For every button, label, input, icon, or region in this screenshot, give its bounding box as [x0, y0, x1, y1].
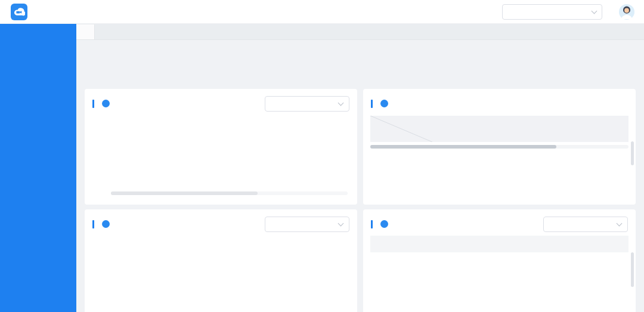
- hscroll-thumb[interactable]: [370, 145, 556, 149]
- online-rate-filter-dropdown[interactable]: [265, 217, 349, 232]
- chevron-down-icon: [617, 220, 623, 226]
- column-header: [574, 116, 628, 142]
- control-table-vscrollbar[interactable]: [631, 141, 634, 165]
- chevron-down-icon: [338, 220, 344, 226]
- online-rate-7d-title: [92, 220, 110, 228]
- key-projects-header: [370, 236, 628, 252]
- column-header: [479, 116, 527, 142]
- control-item-title: [371, 100, 388, 108]
- branch-access-title: [92, 100, 110, 108]
- branch-bar-chart: [92, 121, 348, 181]
- control-item-table: [370, 116, 628, 142]
- title-accent-bar: [371, 100, 373, 108]
- tab-bar: [76, 24, 644, 40]
- key-projects-sort-dropdown[interactable]: [543, 217, 628, 232]
- title-accent-bar: [371, 220, 373, 228]
- help-icon[interactable]: [380, 220, 388, 228]
- online-rate-7d-panel: [85, 209, 357, 312]
- stat-cards-row: [85, 44, 636, 83]
- help-icon[interactable]: [102, 100, 110, 107]
- tab-data-overview[interactable]: [76, 24, 95, 39]
- branch-access-panel: [85, 89, 357, 205]
- bar-chart-hscrollbar[interactable]: [111, 191, 348, 195]
- hscroll-thumb[interactable]: [111, 191, 258, 195]
- key-projects-title: [371, 220, 388, 228]
- key-projects-panel: [363, 209, 636, 312]
- diagonal-header-cell: [370, 116, 432, 142]
- key-projects-vscrollbar[interactable]: [631, 252, 634, 287]
- middle-row: [85, 89, 636, 205]
- help-icon[interactable]: [102, 220, 110, 228]
- help-icon[interactable]: [380, 100, 388, 107]
- column-header: [527, 116, 574, 142]
- cloud-camera-icon: [13, 7, 25, 16]
- sidebar-menu: [0, 24, 76, 312]
- app-logo: [11, 4, 27, 20]
- chevron-down-icon: [338, 100, 344, 106]
- diagonal-line: [370, 116, 432, 142]
- main-area: [76, 24, 644, 312]
- column-header: [432, 116, 479, 142]
- org-selector-dropdown[interactable]: [502, 4, 602, 20]
- control-table-hscrollbar[interactable]: [370, 145, 628, 149]
- control-item-panel: [363, 89, 636, 205]
- title-accent-bar: [92, 220, 94, 228]
- branch-metric-dropdown[interactable]: [265, 96, 349, 112]
- title-accent-bar: [92, 100, 94, 108]
- avatar[interactable]: [619, 4, 634, 20]
- dashboard-content: [76, 39, 644, 312]
- control-table-header: [370, 116, 628, 142]
- avatar-icon: [619, 4, 634, 20]
- chevron-down-icon: [592, 8, 597, 14]
- bottom-row: [85, 209, 636, 312]
- header-right: [502, 4, 634, 20]
- top-header: [0, 0, 644, 24]
